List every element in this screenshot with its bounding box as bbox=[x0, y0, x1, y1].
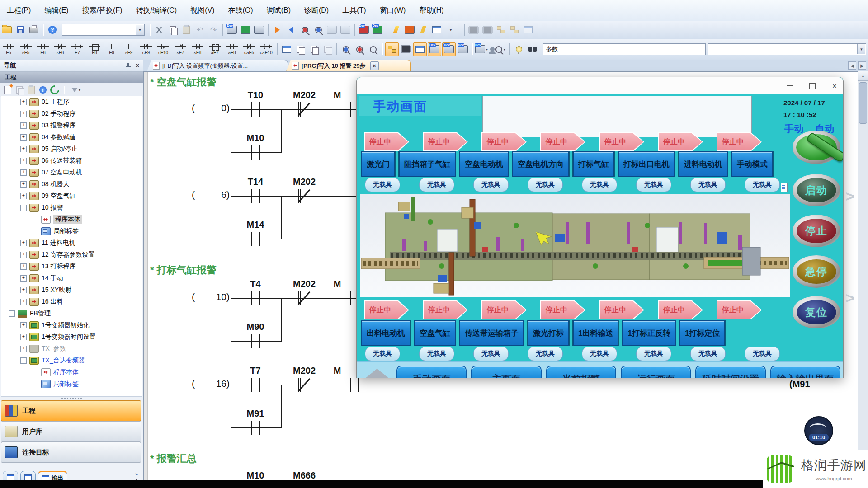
tab-scroll-right-icon[interactable]: ▶ bbox=[858, 61, 866, 70]
recording-timer-bubble[interactable]: 01:10 bbox=[804, 416, 833, 445]
device-label-icon[interactable]: Dev bbox=[457, 43, 469, 56]
tree-expander[interactable]: + bbox=[20, 346, 27, 352]
new-item-icon[interactable] bbox=[3, 85, 13, 95]
ladder-symbol-button[interactable]: sF7 bbox=[172, 40, 189, 59]
no-contact[interactable] bbox=[249, 334, 262, 348]
device-button[interactable]: 传送带运输箱子 bbox=[459, 320, 524, 346]
paste-icon[interactable] bbox=[180, 23, 193, 36]
tree-expander[interactable]: + bbox=[20, 181, 27, 188]
tree-expander[interactable]: − bbox=[20, 205, 27, 211]
device-comment-display-icon[interactable]: Dev bbox=[428, 42, 441, 56]
scrollbar-thumb[interactable] bbox=[859, 82, 867, 124]
wrap-line-icon[interactable] bbox=[495, 23, 507, 36]
mode-selector-switch[interactable] bbox=[793, 131, 840, 164]
search-combo-caret-icon[interactable]: ▼ bbox=[857, 44, 865, 54]
verify-find-icon[interactable] bbox=[298, 23, 311, 36]
hmi-nav-button[interactable]: 延时时间设置 bbox=[695, 366, 765, 378]
tree-expander[interactable]: + bbox=[20, 134, 27, 141]
program-selector-combo[interactable]: ▼ bbox=[62, 24, 145, 36]
device-button[interactable]: 空盘气缸 bbox=[414, 320, 456, 346]
ladder-symbol-button[interactable]: aF7 bbox=[207, 40, 223, 59]
scroll-up-icon[interactable]: ▲ bbox=[858, 71, 868, 81]
tree-item[interactable]: + 1号变频器初始化 bbox=[1, 319, 142, 331]
property-info-icon[interactable]: i bbox=[38, 85, 48, 95]
ladder-monitor-icon[interactable] bbox=[239, 23, 252, 36]
hmi-nav-button[interactable]: 输入输出界面 bbox=[770, 366, 840, 378]
hmi-nav-button[interactable]: 运行画面 bbox=[621, 366, 691, 378]
zoom-out-icon[interactable] bbox=[353, 43, 366, 56]
hmi-nav-button[interactable]: 手动画面 bbox=[396, 366, 467, 378]
combo-caret-icon[interactable]: ▼ bbox=[136, 25, 144, 35]
tree-item[interactable]: + 05 启动/停止 bbox=[1, 143, 142, 155]
menu-item[interactable]: 诊断(D) bbox=[297, 0, 335, 21]
refresh-icon[interactable] bbox=[50, 85, 60, 95]
device-write-icon[interactable]: Dev bbox=[358, 23, 370, 36]
no-contact[interactable] bbox=[249, 145, 262, 160]
tree-item[interactable]: + 15 XY映射 bbox=[1, 284, 142, 296]
tree-item[interactable]: + 08 机器人 bbox=[1, 178, 142, 190]
menu-item[interactable]: 调试(B) bbox=[260, 0, 297, 21]
device-button[interactable]: 打标出口电机 bbox=[618, 151, 675, 177]
stop-button[interactable]: 停止 bbox=[793, 215, 840, 247]
menu-item[interactable]: 转换/编译(C) bbox=[129, 0, 184, 21]
note-icon[interactable] bbox=[321, 43, 334, 56]
sort-filter-icon[interactable]: ▾ bbox=[68, 85, 84, 95]
menu-item[interactable]: 工具(T) bbox=[335, 0, 373, 21]
ladder-symbol-button[interactable]: cF9 bbox=[138, 40, 154, 59]
menu-item[interactable]: 在线(O) bbox=[222, 0, 260, 21]
menu-item[interactable]: 编辑(E) bbox=[38, 0, 75, 21]
device-button[interactable]: 激光门 bbox=[361, 151, 395, 177]
step-stop-icon[interactable] bbox=[339, 23, 352, 36]
read-from-plc-icon[interactable] bbox=[285, 23, 297, 36]
tab-scroll-left-icon[interactable]: ◀ bbox=[848, 61, 856, 70]
tree-item[interactable]: 局部标签 bbox=[1, 225, 142, 237]
tree-expander[interactable]: + bbox=[20, 193, 27, 199]
device-button[interactable]: 空盘电机方向 bbox=[512, 151, 569, 177]
pin-icon[interactable] bbox=[126, 63, 131, 68]
docking-window-icon[interactable] bbox=[413, 42, 427, 56]
no-contact[interactable] bbox=[249, 189, 262, 203]
copy-icon[interactable] bbox=[166, 23, 179, 36]
tree-item[interactable]: − 10 报警 bbox=[1, 202, 142, 214]
tree-item[interactable]: + 02 手动程序 bbox=[1, 108, 142, 120]
no-contact[interactable] bbox=[249, 291, 262, 305]
ladder-symbol-button[interactable]: caF5 bbox=[241, 40, 257, 59]
ladder-symbol-button[interactable]: cF10 bbox=[155, 40, 171, 59]
hint-icon[interactable] bbox=[513, 43, 525, 56]
menu-item[interactable]: 窗口(W) bbox=[373, 0, 413, 21]
nc-contact[interactable] bbox=[298, 189, 311, 203]
write-to-plc-icon[interactable] bbox=[271, 23, 284, 36]
remote-monitor-icon[interactable] bbox=[430, 23, 443, 36]
hmi-nav-button[interactable]: 主页面 bbox=[471, 366, 541, 378]
device-button[interactable]: 手动模式 bbox=[731, 151, 773, 177]
project-view-button[interactable]: 工程 bbox=[1, 400, 141, 421]
undo-icon[interactable]: ↶ bbox=[193, 23, 206, 36]
device-read-icon[interactable]: Dev bbox=[371, 23, 384, 36]
tree-expander[interactable]: + bbox=[20, 240, 27, 246]
no-contact[interactable] bbox=[249, 232, 262, 246]
connection-target-button[interactable]: 连接目标 bbox=[1, 442, 141, 463]
tree-expander[interactable]: − bbox=[9, 310, 15, 317]
panel-splitter[interactable] bbox=[0, 397, 143, 399]
save-icon[interactable] bbox=[14, 23, 27, 36]
search-binoculars-icon[interactable] bbox=[526, 43, 539, 56]
insert-row-icon[interactable] bbox=[522, 23, 534, 36]
grid-icon[interactable] bbox=[280, 43, 293, 56]
copy-item-icon[interactable] bbox=[14, 85, 24, 95]
tree-expander[interactable]: + bbox=[20, 322, 27, 328]
cut-icon[interactable] bbox=[153, 23, 165, 36]
tree-item[interactable]: + 16 出料 bbox=[1, 296, 142, 308]
device-memory-icon[interactable] bbox=[400, 43, 412, 56]
step-run-icon[interactable] bbox=[326, 23, 338, 36]
navigation-close-icon[interactable]: × bbox=[136, 62, 139, 69]
tree-item[interactable]: + 12 寄存器参数设置 bbox=[1, 249, 142, 261]
search-target-combo[interactable]: ▼ bbox=[708, 43, 866, 55]
start-button[interactable]: 启动 bbox=[793, 174, 840, 206]
tree-expander[interactable]: + bbox=[20, 169, 27, 176]
device-button[interactable]: 1打标定位 bbox=[679, 320, 725, 346]
tree-item[interactable]: 程序本体 bbox=[1, 366, 142, 378]
fb-document-tab[interactable]: [FB]写入 设置频率(变频器.设置... bbox=[147, 60, 288, 71]
ladder-symbol-button[interactable]: F7 bbox=[69, 40, 85, 59]
tree-item[interactable]: + 09 空盘气缸 bbox=[1, 190, 142, 202]
tree-expander[interactable]: + bbox=[20, 334, 27, 340]
